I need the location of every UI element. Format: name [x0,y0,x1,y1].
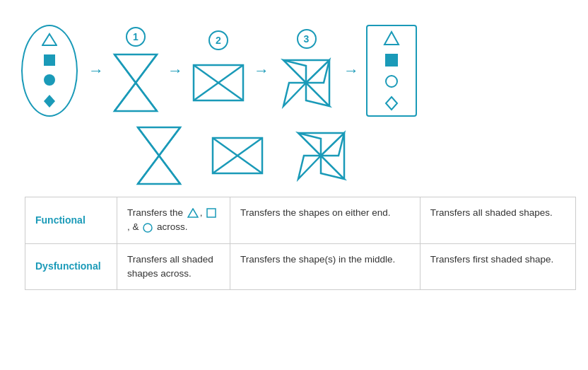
result-circle [384,74,399,88]
step-1-container: 1 [111,27,160,115]
hourglass-svg-bottom [134,124,184,187]
svg-marker-12 [306,60,329,83]
triangle-shape [42,33,57,47]
diagram-area: → 1 → 2 [21,14,567,184]
svg-marker-34 [188,209,198,217]
svg-marker-5 [114,83,157,111]
functional-label: Functional [25,197,117,244]
functional-cell-3: Transfers all shaded shapes. [420,197,575,244]
svg-rect-1 [44,54,55,66]
bottom-row [134,127,351,184]
inline-triangle-icon [187,208,199,218]
svg-marker-11 [283,60,306,83]
pinwheel-svg [276,53,336,113]
svg-marker-14 [283,83,306,106]
square-shape [43,54,56,67]
dysfunctional-cell-1: Transfers all shaded shapes across. [117,243,230,290]
info-table: Functional Transfers the , , & across. T… [25,197,576,290]
arrow-3: → [254,63,269,79]
svg-rect-18 [385,54,398,67]
svg-point-36 [143,224,152,232]
arrow-4: → [343,63,359,79]
top-row: → 1 → 2 [21,14,417,127]
dysfunctional-cell-2: Transfers the shape(s) in the middle. [230,243,421,290]
dysfunctional-row: Dysfunctional Transfers all shaded shape… [25,243,576,290]
arrow-2: → [167,63,183,79]
svg-marker-28 [298,133,321,156]
svg-marker-20 [386,97,397,110]
step-1-label: 1 [126,27,146,47]
svg-marker-29 [321,133,344,156]
bowtie-svg-bottom [209,127,266,184]
result-diamond [384,96,399,111]
svg-marker-22 [138,156,180,184]
svg-marker-4 [114,54,157,83]
functional-cell-2: Transfers the shapes on either end. [230,197,421,244]
svg-rect-35 [207,209,216,217]
svg-point-19 [386,76,397,87]
hourglass-svg-top [111,51,160,115]
bowtie-svg [190,54,247,111]
dysfunctional-label: Dysfunctional [25,243,117,290]
main-container: → 1 → 2 [0,0,588,370]
result-box [366,25,417,117]
diamond-shape [43,93,56,109]
functional-cell-1: Transfers the , , & across. [117,197,230,244]
step-2-label: 2 [208,30,228,50]
svg-marker-0 [42,34,57,45]
result-square [384,53,399,67]
inline-square-icon [206,208,216,218]
step-3-label: 3 [297,29,317,49]
functional-row: Functional Transfers the , , & across. T… [25,197,576,244]
inline-circle-icon [143,223,153,233]
step-2-container: 2 [190,30,247,111]
svg-marker-3 [44,95,55,108]
result-triangle [383,30,400,46]
svg-point-2 [44,74,55,86]
circle-shape [43,74,56,86]
svg-marker-30 [321,156,344,179]
source-oval [21,25,78,117]
svg-marker-31 [298,156,321,179]
step-3-container: 3 [276,29,336,113]
dysfunctional-cell-3: Transfers first shaded shape. [420,243,575,290]
pinwheel-svg-bottom [291,126,351,186]
svg-marker-13 [306,83,329,106]
arrow-1: → [88,63,104,79]
svg-marker-21 [138,127,180,156]
svg-marker-17 [384,32,399,45]
